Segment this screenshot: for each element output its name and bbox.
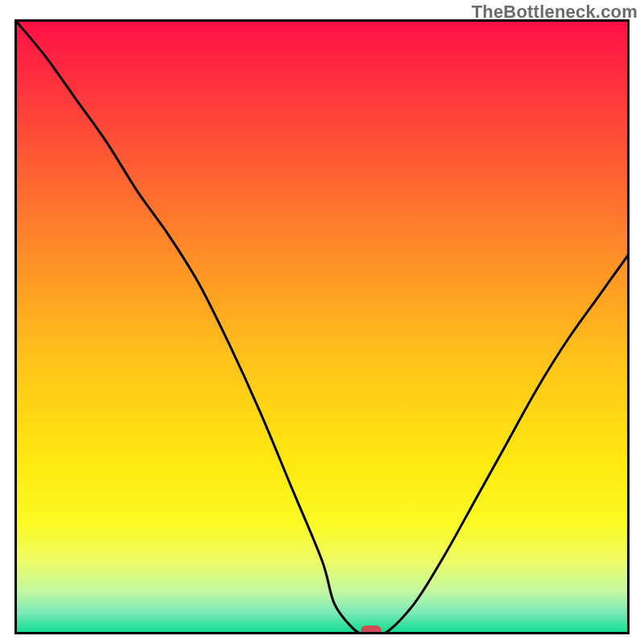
- watermark-text: TheBottleneck.com: [472, 2, 638, 23]
- chart-background: [14, 19, 630, 634]
- chart-container: TheBottleneck.com: [0, 0, 644, 644]
- bottleneck-chart: [14, 19, 630, 634]
